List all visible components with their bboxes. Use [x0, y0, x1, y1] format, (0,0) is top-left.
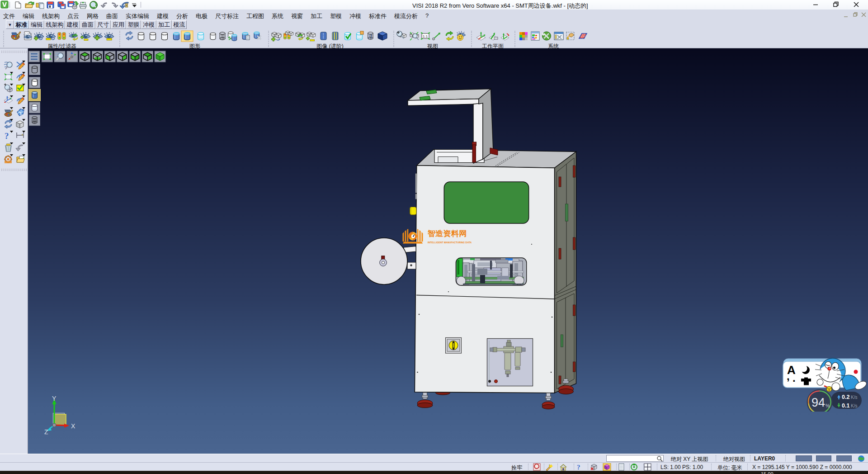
svg-text:94: 94 [811, 396, 825, 409]
svg-text:.: . [793, 372, 796, 384]
svg-text:?: ? [577, 464, 580, 471]
svg-text:,: , [787, 370, 790, 382]
svg-text:Y: Y [52, 395, 57, 402]
svg-text:K/s: K/s [851, 403, 857, 408]
svg-text:K/s: K/s [851, 395, 857, 400]
svg-text:%: % [826, 403, 830, 408]
svg-text:0.2: 0.2 [842, 394, 849, 400]
svg-text:X: X [71, 422, 75, 430]
svg-text:0.1: 0.1 [842, 403, 849, 409]
svg-text:Z: Z [44, 428, 48, 436]
